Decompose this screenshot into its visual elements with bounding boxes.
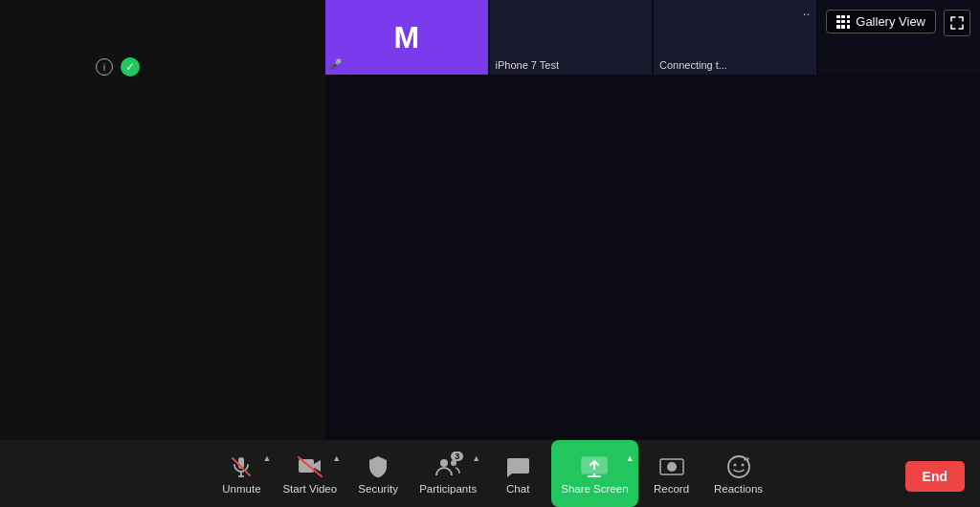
gallery-view-label: Gallery View <box>856 14 925 29</box>
security-icon <box>365 453 391 480</box>
left-panel: i ✓ iPhone 7 Test <box>0 0 325 469</box>
record-label: Record <box>654 483 689 495</box>
thumbnail-connecting[interactable]: Connecting t... ·· <box>654 0 816 75</box>
thumbnail-m[interactable]: M 🎤 <box>325 0 488 75</box>
fullscreen-button[interactable] <box>944 10 970 36</box>
svg-point-6 <box>440 459 448 467</box>
microphone-muted-icon <box>228 453 255 480</box>
svg-point-15 <box>741 463 744 466</box>
avatar-letter: M <box>393 20 419 55</box>
share-screen-chevron-icon[interactable]: ▲ <box>626 453 635 463</box>
participants-count-badge: 3 <box>451 452 463 461</box>
camera-icon <box>297 453 323 480</box>
gallery-view-button[interactable]: Gallery View <box>826 10 936 33</box>
unmute-label: Unmute <box>222 483 260 495</box>
end-button[interactable]: End <box>905 461 965 492</box>
main-container: i ✓ iPhone 7 Test M 🎤 iPhone 7 Test <box>0 0 980 469</box>
svg-rect-4 <box>299 459 314 473</box>
fullscreen-icon <box>950 16 964 30</box>
mic-muted-icon: 🎤 <box>329 58 343 71</box>
toolbar: ▲ Unmute ▲ Start Video <box>0 440 980 507</box>
thumb-connecting-label: Connecting t... <box>659 59 727 71</box>
chat-icon <box>504 453 531 480</box>
thumb-iphone-label: iPhone 7 Test <box>496 59 559 71</box>
participants-button[interactable]: ▲ 3 Participants <box>412 440 484 507</box>
security-label: Security <box>358 483 398 495</box>
shield-verified-icon: ✓ <box>121 57 140 77</box>
reactions-icon <box>725 453 752 480</box>
chat-button[interactable]: Chat <box>484 440 551 507</box>
svg-point-14 <box>733 463 736 466</box>
reactions-label: Reactions <box>714 483 763 495</box>
share-screen-button[interactable]: ▲ Share Screen <box>551 440 637 507</box>
share-screen-label: Share Screen <box>561 483 628 495</box>
participants-icon: 3 <box>434 453 461 480</box>
thumbnail-iphone[interactable]: iPhone 7 Test <box>490 0 653 75</box>
unmute-chevron-icon[interactable]: ▲ <box>263 453 272 463</box>
record-icon <box>658 453 685 480</box>
share-screen-icon <box>581 453 608 480</box>
start-video-button[interactable]: ▲ Start Video <box>275 440 345 507</box>
info-icon[interactable]: i <box>96 58 113 76</box>
participants-label: Participants <box>419 483 477 495</box>
record-button[interactable]: Record <box>638 440 705 507</box>
start-video-chevron-icon[interactable]: ▲ <box>332 453 341 463</box>
security-button[interactable]: Security <box>345 440 412 507</box>
thumb-more-icon[interactable]: ·· <box>803 6 811 21</box>
participants-chevron-icon[interactable]: ▲ <box>472 453 480 463</box>
unmute-button[interactable]: ▲ Unmute <box>208 440 275 507</box>
center-video: M 🎤 iPhone 7 Test Connecting t... ·· <box>325 0 980 469</box>
reactions-button[interactable]: Reactions <box>705 440 772 507</box>
svg-point-11 <box>667 462 677 472</box>
info-icons: i ✓ <box>96 57 140 77</box>
gallery-view-icon <box>836 15 850 29</box>
chat-label: Chat <box>506 483 529 495</box>
start-video-label: Start Video <box>282 483 337 495</box>
